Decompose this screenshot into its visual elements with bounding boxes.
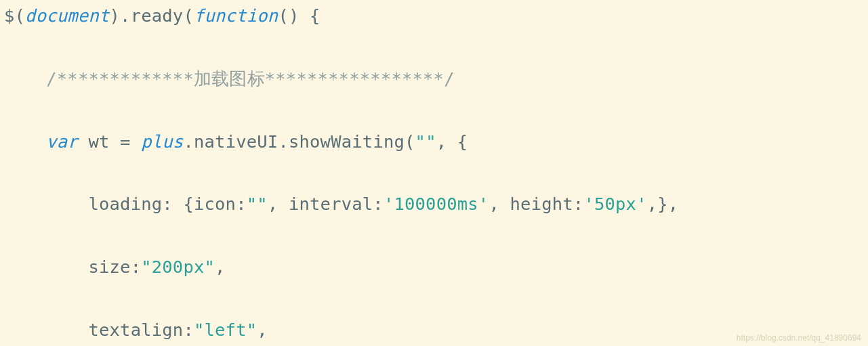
code-line: size:"200px",: [4, 251, 868, 282]
token-string: '100000ms': [384, 194, 489, 214]
token-ident-document: document: [25, 5, 109, 26]
token-punc: $(: [4, 5, 25, 26]
code-line: var wt = plus.nativeUI.showWaiting("", {: [4, 126, 868, 157]
code-line: loading: {icon:"", interval:'100000ms', …: [4, 188, 868, 219]
indent: [4, 131, 46, 152]
token-punc: () {: [278, 5, 320, 26]
token-punc: , height:: [489, 194, 583, 214]
code-block: $(document).ready(function() { /********…: [0, 0, 868, 346]
token-punc: wt =: [78, 131, 141, 152]
token-string: "": [415, 131, 436, 152]
code-line: $(document).ready(function() {: [4, 0, 868, 31]
token-punc: size:: [4, 257, 141, 277]
code-line: /*************加载图标*****************/: [4, 63, 868, 94]
token-punc: ,: [257, 320, 268, 340]
token-ident-plus: plus: [141, 131, 183, 152]
token-comment: /*************加载图标*****************/: [46, 68, 454, 89]
token-string: "left": [194, 320, 257, 340]
token-punc: , interval:: [268, 194, 384, 214]
token-string: '50px': [583, 194, 646, 214]
token-string: "": [247, 194, 268, 214]
token-punc: ,: [215, 257, 226, 277]
token-string: "200px": [141, 257, 215, 277]
token-keyword-var: var: [46, 131, 78, 152]
token-punc: textalign:: [4, 320, 194, 340]
token-punc: , {: [436, 131, 468, 152]
token-keyword-function: function: [194, 5, 278, 26]
token-punc: ,},: [647, 194, 679, 214]
watermark-text: https://blog.csdn.net/qq_41890694: [737, 334, 861, 342]
token-punc: ).ready(: [110, 5, 194, 26]
token-punc: loading: {icon:: [4, 194, 247, 214]
indent: [4, 68, 46, 89]
token-punc: .nativeUI.showWaiting(: [183, 131, 415, 152]
